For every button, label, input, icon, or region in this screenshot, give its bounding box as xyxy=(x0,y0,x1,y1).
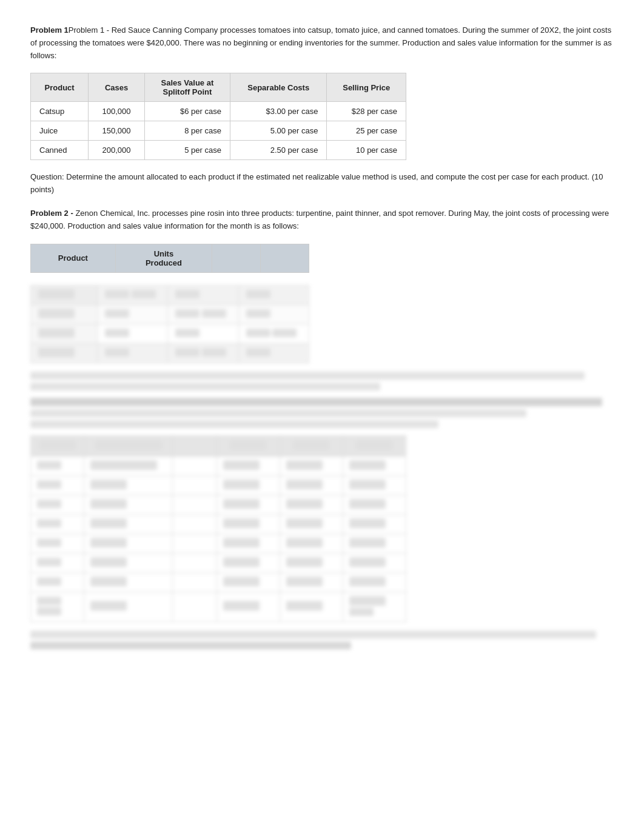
col-header-sales-value: Sales Value atSplitoff Point xyxy=(144,73,230,102)
problem1-intro: Problem 1Problem 1 - Red Sauce Canning C… xyxy=(30,24,614,62)
p2-col-header-product: Product xyxy=(31,244,116,272)
blurred-table1 xyxy=(30,285,614,363)
problem2-intro: Problem 2 - Zenon Chemical, Inc. process… xyxy=(30,207,614,233)
product-canned: Canned xyxy=(31,141,89,160)
sales-value-canned: 5 per case xyxy=(144,141,230,160)
cases-canned: 200,000 xyxy=(89,141,145,160)
problem1-table: Product Cases Sales Value atSplitoff Poi… xyxy=(30,73,406,160)
cases-catsup: 100,000 xyxy=(89,102,145,121)
col-header-separable-costs: Separable Costs xyxy=(230,73,327,102)
p2-col-header-blank2 xyxy=(261,244,309,272)
sep-cost-catsup: $3.00 per case xyxy=(230,102,327,121)
problem2-section: Problem 2 - Zenon Chemical, Inc. process… xyxy=(30,207,614,273)
blurred-para1 xyxy=(30,372,614,391)
product-catsup: Catsup xyxy=(31,102,89,121)
problem1-section: Problem 1Problem 1 - Red Sauce Canning C… xyxy=(30,24,614,196)
sell-price-catsup: $28 per case xyxy=(327,102,406,121)
product-juice: Juice xyxy=(31,121,89,141)
blurred-para2 xyxy=(30,398,614,428)
sell-price-canned: 10 per case xyxy=(327,141,406,160)
col-header-product: Product xyxy=(31,73,89,102)
sales-value-catsup: $6 per case xyxy=(144,102,230,121)
problem1-intro-text: Problem 1 - Red Sauce Canning Company pr… xyxy=(30,25,612,60)
sell-price-juice: 25 per case xyxy=(327,121,406,141)
sep-cost-canned: 2.50 per case xyxy=(230,141,327,160)
table-row: Canned 200,000 5 per case 2.50 per case … xyxy=(31,141,406,160)
problem2-table: Product UnitsProduced xyxy=(30,244,309,273)
blurred-large-table xyxy=(30,435,614,622)
cases-juice: 150,000 xyxy=(89,121,145,141)
col-header-selling-price: Selling Price xyxy=(327,73,406,102)
problem1-question: Question: Determine the amount allocated… xyxy=(30,171,614,196)
table-row: Catsup 100,000 $6 per case $3.00 per cas… xyxy=(31,102,406,121)
blurred-section xyxy=(30,285,614,649)
blurred-final-para xyxy=(30,631,614,649)
col-header-cases: Cases xyxy=(89,73,145,102)
sep-cost-juice: 5.00 per case xyxy=(230,121,327,141)
sales-value-juice: 8 per case xyxy=(144,121,230,141)
problem1-label: Problem 1 xyxy=(30,25,69,35)
p2-col-header-units: UnitsProduced xyxy=(115,244,212,272)
table-row: Juice 150,000 8 per case 5.00 per case 2… xyxy=(31,121,406,141)
problem2-label: Problem 2 - xyxy=(30,209,73,218)
p2-col-header-blank1 xyxy=(212,244,261,272)
